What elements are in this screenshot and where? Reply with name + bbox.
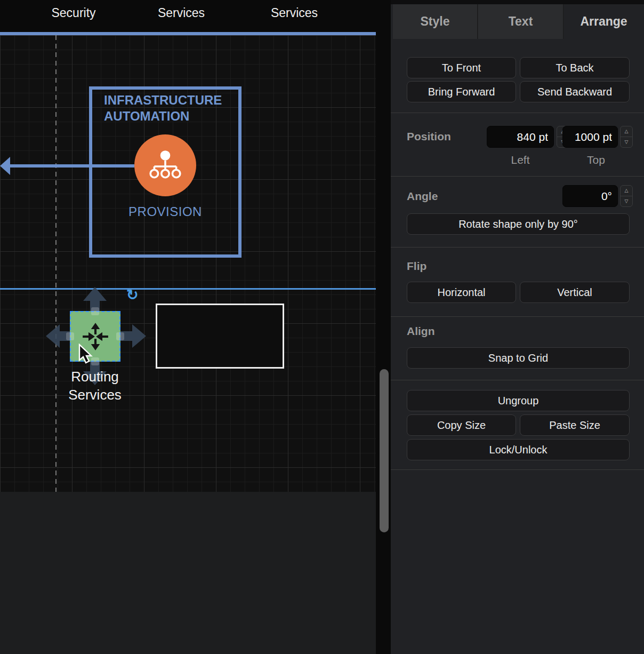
connector-arrowhead (0, 157, 10, 175)
panel-top-strip (391, 0, 644, 4)
mouse-cursor (78, 344, 93, 365)
bring-forward-button[interactable]: Bring Forward (407, 81, 516, 102)
position-top-caption: Top (587, 154, 605, 166)
section-divider (391, 113, 644, 113)
lock-unlock-button[interactable]: Lock/Unlock (407, 439, 630, 460)
section-divider (391, 380, 644, 380)
rotate-handle-icon[interactable]: ↻ (126, 288, 139, 302)
direction-arrow-right[interactable] (120, 324, 146, 348)
lane-label-security[interactable]: Security (51, 6, 95, 20)
flip-horizontal-button[interactable]: Horizontal (407, 282, 516, 303)
section-divider (391, 176, 644, 177)
page-boundary-dashed-line (55, 35, 57, 492)
lane-label-services-1[interactable]: Services (158, 6, 205, 20)
align-section-label: Align (407, 325, 435, 338)
empty-rectangle-shape[interactable] (156, 304, 284, 369)
resize-handle-left[interactable] (66, 332, 74, 340)
canvas-header-band: Security Services Services (0, 0, 376, 32)
stepper-down-icon[interactable]: ▽ (621, 137, 632, 147)
resize-handle-right[interactable] (116, 332, 124, 340)
angle-section-label: Angle (407, 190, 438, 203)
provision-shape[interactable] (134, 134, 196, 196)
copy-size-button[interactable]: Copy Size (407, 414, 516, 436)
paste-size-button[interactable]: Paste Size (520, 414, 630, 436)
infra-box-title: INFRASTRUCTURE AUTOMATION (104, 92, 222, 124)
connector-edge[interactable] (6, 164, 134, 168)
position-left-caption: Left (511, 154, 529, 166)
format-panel: Style Text Arrange To Front To Back Brin… (391, 0, 644, 654)
routing-services-label: Routing Services (52, 368, 138, 404)
section-divider (391, 316, 644, 317)
stepper-up-icon[interactable]: △ (621, 186, 632, 196)
snap-to-grid-button[interactable]: Snap to Grid (407, 347, 630, 369)
position-top-input[interactable] (562, 126, 618, 148)
angle-input[interactable] (562, 185, 618, 207)
scrollbar-track[interactable] (376, 0, 391, 654)
to-back-button[interactable]: To Back (520, 57, 630, 78)
flip-vertical-button[interactable]: Vertical (520, 282, 630, 303)
position-top-stepper: △ ▽ (620, 126, 633, 148)
tab-text[interactable]: Text (478, 4, 564, 39)
scrollbar-thumb[interactable] (380, 369, 389, 532)
tab-arrange[interactable]: Arrange (564, 4, 644, 39)
tab-style[interactable]: Style (393, 4, 478, 39)
resize-handle-top[interactable] (91, 307, 99, 315)
canvas[interactable]: Security Services Services INFRASTRUCTUR… (0, 0, 376, 654)
lane-label-services-2[interactable]: Services (271, 6, 318, 20)
position-section-label: Position (407, 130, 451, 143)
flip-section-label: Flip (407, 260, 426, 273)
section-divider (391, 469, 644, 470)
provision-label: PROVISION (89, 204, 241, 219)
ungroup-button[interactable]: Ungroup (407, 390, 630, 411)
lane-edge-line[interactable] (0, 288, 376, 290)
app-window: Security Services Services INFRASTRUCTUR… (0, 0, 644, 654)
sitemap-icon (148, 148, 183, 183)
stepper-up-icon[interactable]: △ (621, 126, 632, 137)
send-backward-button[interactable]: Send Backward (520, 81, 630, 102)
angle-stepper: △ ▽ (620, 185, 633, 207)
stepper-down-icon[interactable]: ▽ (621, 196, 632, 206)
position-left-input[interactable] (487, 126, 554, 148)
to-front-button[interactable]: To Front (407, 57, 516, 78)
section-divider (391, 247, 644, 248)
rotate-90-button[interactable]: Rotate shape only by 90° (407, 213, 630, 235)
